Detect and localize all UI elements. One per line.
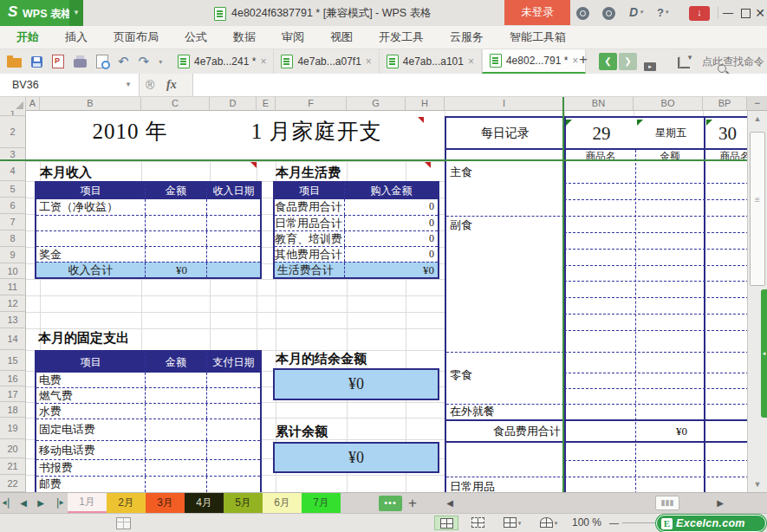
open-folder-icon[interactable]: [7, 58, 22, 68]
row-header-20[interactable]: 20: [0, 439, 26, 458]
normal-view-icon[interactable]: [434, 516, 458, 530]
section-label[interactable]: 日常用品: [450, 479, 495, 492]
day-cell[interactable]: 30: [706, 120, 747, 146]
daily-header-cell[interactable]: 每日记录: [446, 118, 564, 148]
doc-tab-2[interactable]: 4e7ab...a101×: [380, 49, 482, 74]
select-all-corner[interactable]: [0, 97, 26, 111]
maximize-button[interactable]: [741, 9, 751, 18]
table-row[interactable]: 奖金: [36, 246, 260, 262]
cumul-value-box[interactable]: ¥0: [273, 442, 439, 473]
fixed-expense-title[interactable]: 本月的固定支出: [38, 330, 129, 347]
toolbar-more-icon[interactable]: ▾: [159, 58, 162, 66]
balance-value-box[interactable]: ¥0: [273, 368, 439, 400]
table-row[interactable]: 教育、培训费0: [275, 230, 438, 246]
close-button[interactable]: ✕: [753, 0, 767, 26]
table-row[interactable]: 工资（净收益）: [36, 199, 260, 215]
close-icon[interactable]: ×: [260, 55, 266, 68]
table-row[interactable]: 其他费用合计0: [275, 246, 438, 262]
table-row[interactable]: 书报费: [36, 459, 260, 476]
row-header-5[interactable]: 5: [0, 181, 26, 198]
logo-dropdown-icon[interactable]: ▼: [69, 0, 83, 26]
find-command-box[interactable]: 点此查找命令: [702, 49, 764, 74]
hscroll-left-icon[interactable]: ◀: [442, 493, 458, 514]
last-sheet-icon[interactable]: ▕⯈: [50, 493, 66, 514]
scroll-up-icon[interactable]: ▲: [748, 114, 767, 123]
row-header-10[interactable]: 10: [0, 263, 26, 279]
menu-item-7[interactable]: 开发工具: [366, 26, 437, 49]
row-header-13[interactable]: 13: [0, 312, 26, 328]
sheet-tab-6[interactable]: 6月: [263, 493, 302, 514]
column-header-B[interactable]: B: [40, 97, 141, 111]
column-header-BP[interactable]: BP: [703, 97, 747, 111]
row-header-7[interactable]: 7: [0, 214, 26, 230]
title-month-cell[interactable]: 1 月家庭开支: [236, 116, 397, 147]
community-icon[interactable]: [602, 7, 615, 20]
column-header-BO[interactable]: BO: [634, 97, 703, 111]
column-header-I[interactable]: I: [445, 97, 564, 111]
income-title[interactable]: 本月收入: [40, 165, 92, 181]
section-label[interactable]: 零食: [450, 367, 472, 383]
column-header-H[interactable]: H: [406, 97, 445, 111]
reading-mode-icon[interactable]: ▾: [533, 516, 564, 530]
row-header-19[interactable]: 19: [0, 418, 26, 439]
menu-item-1[interactable]: 插入: [52, 26, 101, 49]
close-icon[interactable]: ×: [366, 55, 372, 68]
column-header-BN[interactable]: BN: [564, 97, 634, 111]
menu-item-9[interactable]: 智能工具箱: [497, 26, 579, 49]
sheet-tab-1[interactable]: 1月: [68, 493, 107, 514]
tab-back-button[interactable]: ❮: [599, 53, 617, 70]
row-header-22[interactable]: 22: [0, 475, 26, 492]
section-label[interactable]: 在外就餐: [450, 404, 495, 419]
fixed-expense-table[interactable]: 项目 金额 支付日期 电费 燃气费 水费 固定电话费 移动电话费 书报费 邮费: [35, 350, 262, 492]
insert-function-icon[interactable]: fx: [166, 74, 177, 96]
daily-record-panel[interactable]: 每日记录 29 星期五 30 商品名 金额 商品名 主食 副食 零食 在外就餐 …: [445, 116, 747, 492]
table-row[interactable]: 食品费用合计0: [275, 199, 438, 215]
menu-item-3[interactable]: 公式: [172, 26, 220, 49]
column-header-F[interactable]: F: [276, 97, 347, 111]
print-preview-icon[interactable]: [96, 55, 108, 68]
column-header-A[interactable]: A: [26, 97, 40, 111]
first-sheet-icon[interactable]: ⯇▏: [0, 493, 16, 514]
day-cell[interactable]: 29: [566, 120, 637, 146]
row-header-18[interactable]: 18: [0, 402, 26, 418]
doc-tab-0[interactable]: 4e7ab...241 *×: [171, 49, 274, 74]
scroll-down-icon[interactable]: ▼: [748, 480, 767, 489]
row-header-2[interactable]: 2: [0, 116, 26, 148]
zoom-out-button[interactable]: —: [609, 514, 619, 532]
close-icon[interactable]: ×: [468, 55, 474, 68]
status-grid-icon[interactable]: [116, 517, 131, 529]
sheet-grid[interactable]: 2010 年 1 月家庭开支 本月收入 本月生活费 项目 金额 收入日期 工资（…: [26, 111, 747, 492]
prev-sheet-icon[interactable]: ◀: [16, 493, 31, 514]
collapse-scrollbar-button[interactable]: −: [747, 97, 767, 111]
login-button[interactable]: 未登录: [504, 0, 570, 25]
menu-item-4[interactable]: 数据: [220, 26, 269, 49]
row-header-9[interactable]: 9: [0, 247, 26, 263]
sheet-tab-5[interactable]: 5月: [224, 493, 263, 514]
tab-forward-button[interactable]: ❯: [619, 53, 637, 70]
export-pdf-icon[interactable]: [52, 55, 64, 68]
living-title[interactable]: 本月生活费: [276, 165, 341, 181]
row-header-4[interactable]: 4: [0, 161, 26, 181]
table-row[interactable]: [36, 215, 260, 230]
doc-tab-1[interactable]: 4e7ab...a07f1×: [274, 49, 379, 74]
living-total-row[interactable]: 生活费合计 ¥0: [275, 262, 438, 277]
column-header-D[interactable]: D: [210, 97, 257, 111]
table-row[interactable]: 燃气费: [36, 387, 260, 403]
name-box-dropdown-icon[interactable]: ▼: [125, 74, 132, 96]
menu-item-0[interactable]: 开始: [3, 26, 52, 49]
redo-icon[interactable]: ↷: [139, 55, 150, 68]
living-table[interactable]: 项目 购入金额 食品费用合计0 日常用品合计0 教育、培训费0 其他费用合计0 …: [273, 181, 439, 279]
sheet-tab-2[interactable]: 2月: [107, 493, 146, 514]
row-header-14[interactable]: 14: [0, 328, 26, 350]
section-label[interactable]: 主食: [450, 165, 472, 180]
row-header-17[interactable]: 17: [0, 386, 26, 402]
table-row[interactable]: 移动电话费: [36, 440, 260, 459]
doc-tab-3[interactable]: 4e802...791 *×: [482, 49, 586, 74]
sidebar-handle[interactable]: ◂: [761, 289, 767, 418]
row-header-8[interactable]: 8: [0, 230, 26, 247]
table-row[interactable]: 固定电话费: [36, 418, 260, 440]
skin-icon[interactable]: D▾: [629, 5, 643, 19]
stamp-icon[interactable]: ®: [146, 74, 154, 96]
row-header-15[interactable]: 15: [0, 350, 26, 371]
income-table[interactable]: 项目 金额 收入日期 工资（净收益） 奖金 收入合计 ¥0: [35, 181, 262, 279]
